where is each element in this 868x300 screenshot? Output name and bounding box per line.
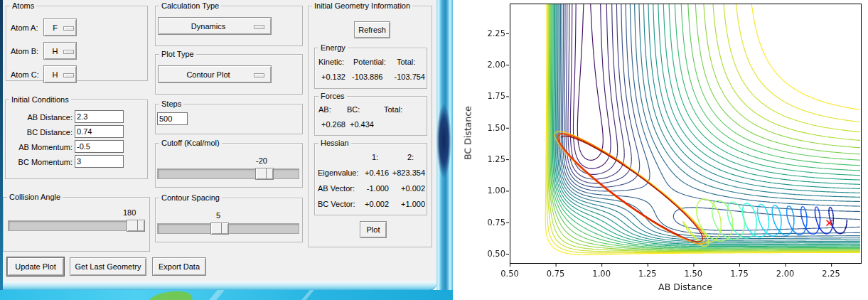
contour-spacing-slider[interactable] [157,223,299,234]
energy-potential-header: Potential: [353,57,386,67]
window-border-right [436,0,453,291]
y-tick-label: 1.25 [474,154,505,164]
forces-bc-header: BC: [347,105,360,114]
x-axis-label: AB Distance [658,282,712,292]
atom-b-value: H [53,47,58,55]
hessian-ab-vector-2: +0.002 [389,183,425,193]
desktop-wallpaper [0,290,453,300]
plot-type-value: Contour Plot [186,70,230,79]
hessian-eigenvalue-label: Eigenvalue: [318,168,359,178]
atom-c-label: Atom C: [11,70,39,80]
contour-spacing-slider-handle[interactable] [210,223,229,235]
initial-conditions-title: Initial Conditions [9,95,71,105]
y-tick-label: 1.75 [474,91,505,101]
update-plot-button[interactable]: Update Plot [7,257,64,276]
x-tick-label: 2.25 [822,269,840,279]
forces-group: Forces AB: BC: Total: +0.268 +0.434 [314,96,427,136]
collision-angle-slider[interactable] [8,220,145,231]
hessian-ab-vector-label: AB Vector: [318,183,355,193]
hessian-bc-vector-1: +0.002 [356,199,389,209]
energy-potential-value: -103.886 [352,72,382,82]
forces-ab-value: +0.268 [321,119,345,129]
cutoff-value: -20 [256,156,267,166]
steps-field[interactable] [157,112,188,125]
x-tick-label: 1.25 [638,269,657,279]
forces-total-header: Total: [384,105,402,114]
calculation-type-dropdown[interactable]: Dynamics [158,17,272,35]
hessian-bc-vector-label: BC Vector: [318,199,355,209]
get-last-geometry-button[interactable]: Get Last Geometry [70,257,146,276]
y-tick-label: 1.50 [474,123,505,133]
x-tick-label: 1.75 [730,269,749,279]
export-data-button[interactable]: Export Data [152,257,206,276]
hessian-col1-header: 1: [372,152,378,162]
atom-a-dropdown[interactable]: F [43,18,77,36]
y-tick-label: 1.00 [474,186,505,195]
calculation-type-title: Calculation Type [159,1,221,11]
x-tick-label: 2.00 [776,269,795,279]
ab-distance-field[interactable] [75,110,124,123]
plot-type-dropdown[interactable]: Contour Plot [158,65,272,83]
energy-total-value: -103.754 [395,72,425,82]
geometry-info-title: Initial Geometry Information [312,1,412,11]
x-tick-label: 1.00 [592,269,611,279]
atoms-group-title: Atoms [10,1,36,11]
atom-b-dropdown[interactable]: H [43,42,77,60]
dropdown-indicator-icon [63,50,74,54]
hessian-group: Hessian 1: 2: Eigenvalue: +0.416 +823.35… [314,143,427,215]
calculation-type-group: Calculation Type Dynamics [155,6,303,46]
refresh-button[interactable]: Refresh [354,21,390,38]
dropdown-indicator-icon [254,25,264,29]
collision-angle-group: Collision Angle 180 [3,197,150,252]
energy-title: Energy [318,43,348,53]
contour-plot-figure: AB Distance BC Distance 0.500.751.001.25… [453,0,868,300]
energy-kinetic-value: +0.132 [321,72,345,82]
atom-a-label: Atom A: [11,23,38,33]
bc-distance-label: BC Distance: [6,127,73,137]
hessian-eigenvalue-1: +0.416 [356,168,389,178]
energy-group: Energy Kinetic: Potential: Total: +0.132… [314,48,427,89]
steps-group: Steps [155,104,303,134]
plot-button[interactable]: Plot [360,221,387,238]
geometry-info-group: Initial Geometry Information Refresh Ene… [308,6,432,247]
collision-angle-title: Collision Angle [7,192,63,203]
plot-type-group: Plot Type Contour Plot [155,54,303,95]
y-axis-label: BC Distance [463,106,473,160]
hessian-bc-vector-2: +1.000 [389,199,425,209]
collision-angle-value: 180 [123,208,136,218]
contour-spacing-value: 5 [216,211,220,220]
contour-spacing-group: Contour Spacing 5 [155,198,303,242]
y-tick-label: 2.25 [474,28,505,38]
update-plot-button-label: Update Plot [15,262,55,271]
atom-c-dropdown[interactable]: H [43,65,77,83]
atom-a-value: F [53,23,58,32]
cutoff-slider-handle[interactable] [255,168,274,180]
hessian-ab-vector-1: -1.000 [356,183,389,193]
ab-momentum-field[interactable] [75,140,124,153]
bc-momentum-field[interactable] [75,155,124,168]
plot-button-label: Plot [367,225,380,234]
atom-c-value: H [53,70,58,79]
calculation-type-value: Dynamics [191,22,225,31]
collision-angle-slider-handle[interactable] [127,220,145,232]
simulation-control-window: Atoms Atom A: F Atom B: H Atom C: H Init… [3,0,436,282]
contour-spacing-title: Contour Spacing [159,193,222,203]
energy-total-header: Total: [397,57,415,67]
forces-ab-header: AB: [318,105,331,114]
energy-kinetic-header: Kinetic: [318,57,344,67]
export-data-button-label: Export Data [159,262,200,271]
bc-distance-field[interactable] [75,125,124,138]
refresh-button-label: Refresh [358,26,386,34]
cutoff-slider[interactable] [157,168,299,179]
cutoff-group: Cutoff (Kcal/mol) -20 [155,143,303,188]
dropdown-indicator-icon [254,73,264,77]
hessian-eigenvalue-2: +823.354 [389,168,425,178]
dropdown-indicator-icon [63,26,74,31]
atom-b-label: Atom B: [11,46,38,56]
plot-type-title: Plot Type [159,49,196,60]
x-tick-label: 0.75 [547,269,565,279]
atoms-group: Atoms Atom A: F Atom B: H Atom C: H [6,6,148,81]
y-tick-label: 2.00 [474,60,505,70]
y-tick-label: 0.50 [474,249,505,259]
x-tick-label: 0.50 [500,269,519,279]
